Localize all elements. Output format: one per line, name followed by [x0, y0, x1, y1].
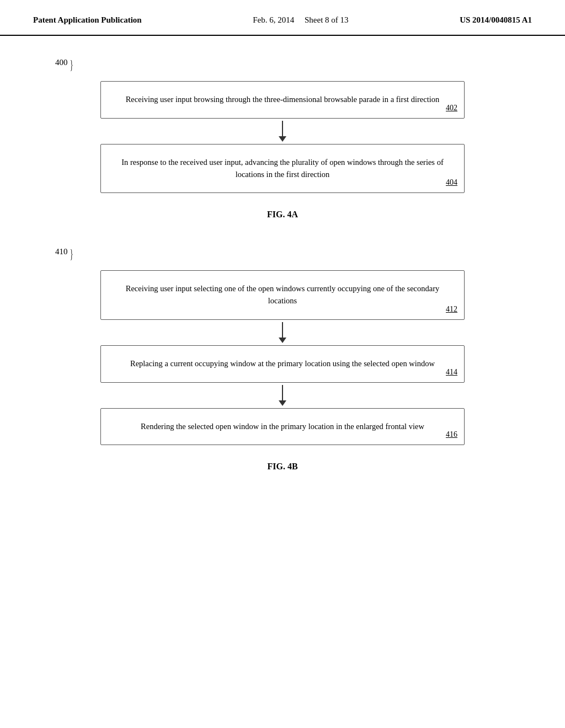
arrow-head-icon — [279, 400, 286, 406]
page-header: Patent Application Publication Feb. 6, 2… — [0, 0, 565, 36]
arrow-414-to-416 — [279, 385, 286, 406]
arrow-line — [282, 121, 283, 136]
arrow-line — [282, 322, 283, 338]
fig4a-bracket-icon: } — [70, 58, 73, 71]
fig4b-caption: FIG. 4B — [55, 462, 510, 472]
flow-box-402: Receiving user input browsing through th… — [100, 81, 465, 119]
flow-box-402-text: Receiving user input browsing through th… — [126, 95, 440, 104]
fig4a-section: 400 } Receiving user input browsing thro… — [55, 58, 510, 220]
fig4a-reference-num: 400 — [55, 58, 68, 67]
flow-box-412: Receiving user input selecting one of th… — [100, 270, 465, 320]
fig4b-section: 410 } Receiving user input selecting one… — [55, 247, 510, 472]
flow-box-404-text: In response to the received user input, … — [121, 158, 443, 179]
arrow-412-to-414 — [279, 322, 286, 343]
flow-box-414-text: Replacing a current occupying window at … — [130, 359, 435, 368]
arrow-head-icon — [279, 136, 286, 142]
header-date: Feb. 6, 2014 — [253, 15, 294, 24]
fig4b-bracket-icon: } — [70, 247, 73, 260]
flow-box-404-num: 404 — [446, 176, 457, 188]
header-date-sheet: Feb. 6, 2014 Sheet 8 of 13 — [253, 15, 348, 25]
fig4b-flowchart: Receiving user input selecting one of th… — [55, 270, 510, 445]
fig4b-reference-num: 410 — [55, 247, 68, 256]
flow-box-402-num: 402 — [446, 102, 457, 114]
flow-box-412-text: Receiving user input selecting one of th… — [126, 284, 440, 305]
main-content: 400 } Receiving user input browsing thro… — [0, 36, 565, 521]
flow-box-404: In response to the received user input, … — [100, 144, 465, 194]
arrow-head-icon — [279, 338, 286, 343]
fig4a-caption: FIG. 4A — [55, 210, 510, 220]
header-sheet: Sheet 8 of 13 — [305, 15, 349, 24]
flow-box-416-num: 416 — [446, 429, 457, 440]
header-patent-number: US 2014/0040815 A1 — [460, 15, 532, 25]
arrow-402-to-404 — [279, 121, 286, 142]
flow-box-416: Rendering the selected open window in th… — [100, 408, 465, 446]
flow-box-414: Replacing a current occupying window at … — [100, 345, 465, 383]
flow-box-414-num: 414 — [446, 366, 457, 378]
arrow-line — [282, 385, 283, 400]
flow-box-412-num: 412 — [446, 303, 457, 315]
flow-box-416-text: Rendering the selected open window in th… — [141, 422, 424, 431]
patent-page: Patent Application Publication Feb. 6, 2… — [0, 0, 565, 728]
header-publication-label: Patent Application Publication — [33, 15, 142, 25]
fig4a-flowchart: Receiving user input browsing through th… — [55, 81, 510, 193]
